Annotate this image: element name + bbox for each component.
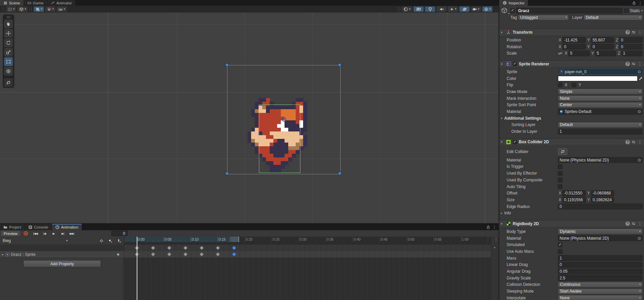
go-to-end-button[interactable]: ▶▶| (68, 231, 76, 236)
add-event-button[interactable] (115, 238, 123, 243)
scroll-up-arrow-icon[interactable]: ▲ (493, 246, 496, 248)
track-row-gracz-sprite[interactable]: ▸ Gracz : Sprite (0, 251, 124, 258)
light-bulb-button[interactable] (425, 6, 435, 12)
field-rotation-x[interactable]: 0 (562, 44, 586, 50)
object-picker-icon[interactable]: ⊙ (638, 236, 641, 240)
field-mass[interactable]: 1 (558, 255, 643, 261)
tab-animation[interactable]: Animation (52, 224, 82, 230)
dropdown-body-type[interactable]: Dynamic▾ (558, 229, 643, 234)
transform-tool-button[interactable] (4, 67, 13, 76)
tab-project[interactable]: Project (0, 224, 25, 230)
kebab-menu-icon[interactable]: ⋮ (638, 1, 643, 5)
foldout-arrow-icon[interactable]: ▾ (501, 31, 504, 34)
foldout-arrow-icon[interactable]: ▸ (501, 211, 504, 215)
go-to-start-button[interactable]: |◀◀ (31, 231, 40, 236)
rect-tool-button[interactable] (4, 57, 13, 66)
field-linear-drag[interactable]: 0 (558, 262, 643, 268)
toolbar-grip[interactable] (2, 7, 4, 11)
component-enabled-checkbox[interactable] (513, 140, 517, 144)
add-property-button[interactable]: Add Property (23, 260, 101, 267)
scene-canvas[interactable] (0, 12, 499, 223)
object-picker-icon[interactable]: ⊙ (638, 158, 641, 162)
help-icon[interactable]: ? (625, 62, 630, 66)
hand-tool-button[interactable] (4, 20, 13, 28)
checkbox-used-by-effector[interactable] (558, 171, 562, 176)
previous-key-button[interactable]: |◀ (40, 231, 49, 236)
gizmos-globe-button[interactable]: ▾ (482, 6, 492, 12)
kebab-menu-icon[interactable]: ⋮ (492, 225, 497, 229)
static-dropdown-arrow-icon[interactable]: ▾ (641, 9, 643, 12)
field-scale-y[interactable]: 5 (595, 51, 616, 56)
field-order-in-layer[interactable]: 1 (558, 129, 643, 134)
visibility-eye-button[interactable] (459, 6, 469, 12)
component-header-rigidbody-2d[interactable]: ▾Rigidbody 2D?⋮ (499, 220, 644, 227)
presets-icon[interactable] (632, 62, 636, 66)
tab-game[interactable]: Game (24, 0, 47, 6)
collider-edit-tool-button[interactable] (4, 78, 13, 87)
object-picker-icon[interactable]: ⊙ (638, 110, 641, 114)
component-header-box-collider-2d[interactable]: ▾Box Collider 2D?⋮ (499, 139, 644, 146)
toolbar-grip-right[interactable] (398, 7, 400, 11)
checkbox-use-auto-mass[interactable] (558, 249, 562, 254)
shading-sphere-button[interactable]: ▾ (402, 6, 412, 12)
object-field-sprite[interactable]: payer-run_0⊙ (558, 69, 643, 74)
presets-icon[interactable] (632, 30, 636, 34)
edit-collider-button[interactable] (558, 148, 567, 155)
field-scale-x[interactable]: 5 (568, 51, 590, 56)
add-keyframe-button[interactable] (106, 238, 114, 243)
component-header-sprite-renderer[interactable]: ▾Sprite Renderer?⋮ (499, 60, 644, 67)
next-key-button[interactable]: ▶| (58, 231, 67, 236)
current-frame-field[interactable]: 0 (111, 231, 128, 236)
animation-timeline[interactable]: 0:000:050:100:150:200:250:300:350:400:45… (124, 237, 491, 300)
presets-icon[interactable] (632, 222, 636, 226)
field-size-y[interactable]: 0.1982624 (591, 197, 614, 203)
help-icon[interactable]: ? (625, 30, 630, 34)
tab-inspector[interactable]: Inspector (499, 0, 528, 6)
grid-snap-button[interactable]: ▾ (34, 6, 44, 12)
foldout-arrow-icon[interactable]: ▸ (2, 253, 5, 256)
dropdown-sprite-sort-point[interactable]: Center▾ (558, 102, 643, 108)
selection-handle-top-right[interactable] (338, 63, 341, 66)
layer-dropdown[interactable]: Default ▾ (584, 15, 643, 21)
move-tool-button[interactable] (4, 29, 13, 38)
gameobject-active-checkbox[interactable] (510, 8, 515, 13)
tab-console[interactable]: Console (25, 224, 52, 230)
gameobject-name-field[interactable]: Gracz (516, 8, 623, 13)
kebab-menu-icon[interactable]: ⋮ (637, 222, 643, 226)
dropdown-mask-interaction[interactable]: None▾ (558, 95, 643, 101)
help-icon[interactable]: ? (625, 140, 630, 144)
selection-handle-bottom-left[interactable] (225, 172, 229, 175)
kebab-menu-icon[interactable]: ⋮ (493, 237, 499, 241)
selection-handle-bottom-right[interactable] (338, 172, 341, 175)
field-position-y[interactable]: 55.607 (591, 37, 614, 43)
effects-star-button[interactable]: ▾ (448, 6, 458, 12)
kebab-menu-icon[interactable]: ⋮ (637, 140, 643, 144)
checkbox-auto-tiling[interactable] (558, 184, 562, 189)
keying-target-button[interactable] (98, 238, 105, 243)
dropdown-collision-detection[interactable]: Continuous▾ (558, 282, 643, 288)
magnet-snap-button[interactable]: ▾ (45, 6, 55, 12)
checkbox-flip-y[interactable] (572, 83, 576, 87)
dropdown-sleeping-mode[interactable]: Start Awake▾ (558, 289, 643, 294)
dropdown-interpolate[interactable]: None▾ (558, 295, 643, 300)
checkbox-is-trigger[interactable] (558, 164, 562, 169)
foldout-arrow-icon[interactable]: ▾ (501, 117, 504, 120)
object-field-material[interactable]: None (Physics Material 2D)⊙ (558, 157, 643, 163)
audio-mute-button[interactable] (436, 6, 447, 12)
field-size-x[interactable]: 0.1191556 (562, 197, 586, 203)
increment-snap-button[interactable]: ▾ (57, 6, 67, 12)
2d-button[interactable]: 2D (413, 6, 424, 12)
dropdown-sorting-layer[interactable]: Default▾ (558, 122, 643, 128)
presets-icon[interactable] (632, 140, 636, 144)
field-position-z[interactable]: 0 (619, 37, 643, 43)
lock-icon[interactable] (487, 225, 490, 229)
overlay-drag-handle[interactable] (3, 15, 14, 19)
tag-dropdown[interactable]: Untagged ▾ (518, 15, 569, 21)
color-swatch[interactable] (558, 76, 638, 81)
cube-gizmo-button[interactable]: ▾ (18, 6, 28, 12)
play-button[interactable]: ▶ (49, 231, 58, 236)
tab-animator[interactable]: Animator (47, 0, 75, 6)
field-angular-drag[interactable]: 0.05 (558, 269, 643, 274)
component-header-transform[interactable]: ▾Transform?⋮ (499, 29, 644, 36)
selection-outline-button[interactable]: ▾ (6, 6, 16, 12)
